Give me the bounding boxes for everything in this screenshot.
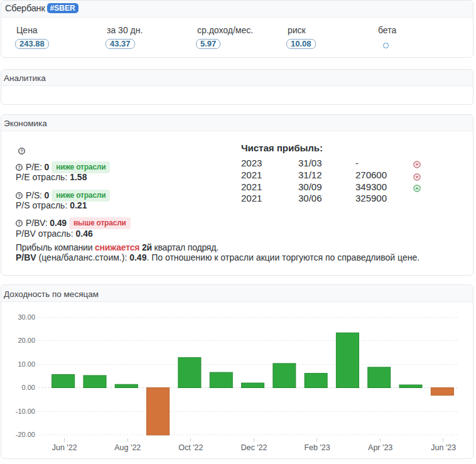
svg-text:Aug '22: Aug '22 bbox=[114, 443, 141, 452]
svg-text:?: ? bbox=[20, 148, 23, 154]
svg-text:Apr '23: Apr '23 bbox=[368, 443, 392, 452]
svg-text:-20.00: -20.00 bbox=[16, 431, 35, 438]
svg-text:?: ? bbox=[18, 220, 21, 226]
svg-text:Jun '23: Jun '23 bbox=[431, 443, 456, 452]
svg-text:-10.00: -10.00 bbox=[16, 407, 35, 415]
svg-text:Feb '23: Feb '23 bbox=[304, 443, 330, 452]
svg-text:10.00: 10.00 bbox=[18, 360, 35, 368]
svg-text:Dec '22: Dec '22 bbox=[241, 443, 268, 452]
svg-text:?: ? bbox=[18, 165, 21, 170]
svg-text:30.00: 30.00 bbox=[18, 313, 35, 321]
svg-text:20.00: 20.00 bbox=[18, 337, 35, 344]
svg-text:Oct '22: Oct '22 bbox=[178, 443, 203, 452]
svg-text:0.00: 0.00 bbox=[22, 384, 35, 391]
svg-text:Jun '22: Jun '22 bbox=[52, 443, 77, 452]
svg-text:?: ? bbox=[18, 193, 21, 198]
